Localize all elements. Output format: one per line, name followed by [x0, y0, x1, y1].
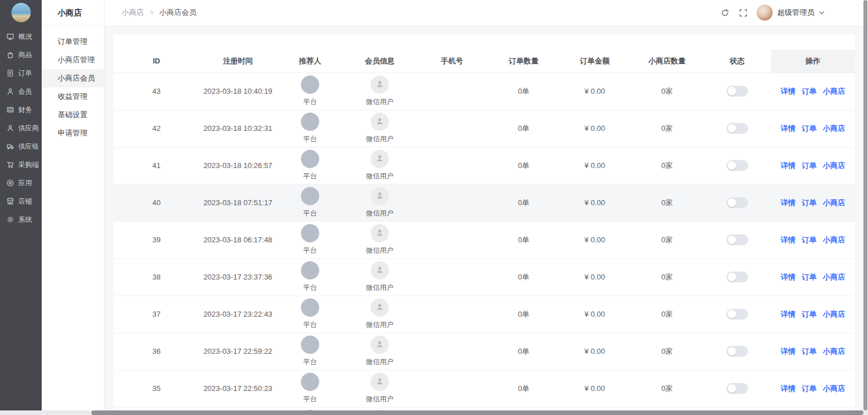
- sidebar-item-goods[interactable]: 商品: [0, 46, 42, 64]
- action-shop-link[interactable]: 小商店: [823, 198, 845, 208]
- action-detail-link[interactable]: 详情: [781, 346, 795, 357]
- action-detail-link[interactable]: 详情: [781, 235, 795, 245]
- secondary-menu: 订单管理小商店管理小商店会员收益管理基础设置申请管理: [42, 26, 104, 142]
- action-shop-link[interactable]: 小商店: [823, 86, 845, 97]
- cell-shop-count: 0家: [630, 221, 704, 258]
- toggle-knob: [728, 124, 736, 133]
- user-menu[interactable]: 超级管理员: [757, 5, 825, 21]
- action-order-link[interactable]: 订单: [802, 123, 817, 134]
- action-shop-link[interactable]: 小商店: [823, 123, 845, 134]
- action-order-link[interactable]: 订单: [802, 235, 817, 245]
- person-icon: [375, 191, 384, 202]
- horizontal-scrollbar-thumb[interactable]: [91, 410, 863, 415]
- action-shop-link[interactable]: 小商店: [823, 235, 845, 245]
- site-logo[interactable]: [11, 3, 31, 22]
- goods-icon: [6, 51, 14, 59]
- action-order-link[interactable]: 订单: [802, 384, 817, 394]
- sidebar-item-order[interactable]: 订单: [0, 64, 42, 82]
- refresh-icon[interactable]: [720, 8, 729, 17]
- sidebar-item-apps[interactable]: 应用: [0, 174, 42, 192]
- user-name: 超级管理员: [777, 7, 814, 18]
- referrer-avatar: [301, 224, 319, 242]
- cell-phone: [416, 73, 488, 110]
- cell-status: [704, 147, 771, 184]
- submenu-item-5[interactable]: 基础设置: [42, 106, 104, 124]
- sidebar-item-shop[interactable]: 店铺: [0, 192, 42, 210]
- action-order-link[interactable]: 订单: [802, 309, 817, 320]
- referrer-avatar: [301, 336, 319, 354]
- action-detail-link[interactable]: 详情: [781, 86, 795, 97]
- action-order-link[interactable]: 订单: [802, 86, 817, 97]
- supplier-icon: [6, 124, 14, 132]
- status-toggle[interactable]: [726, 383, 748, 394]
- action-order-link[interactable]: 订单: [802, 346, 817, 357]
- status-toggle[interactable]: [726, 197, 748, 208]
- sidebar-item-procurement[interactable]: 采购端: [0, 155, 42, 174]
- system-icon: [6, 216, 14, 224]
- action-detail-link[interactable]: 详情: [781, 272, 795, 282]
- status-toggle[interactable]: [726, 86, 748, 97]
- member-icon: [6, 87, 14, 95]
- sidebar-item-supply-chain[interactable]: 供应链: [0, 137, 42, 155]
- avatar-label: 微信用户: [366, 394, 393, 404]
- sidebar-item-finance[interactable]: 财务: [0, 101, 42, 119]
- sidebar-item-system[interactable]: 系统: [0, 210, 42, 229]
- cell-actions: 详情订单小商店: [771, 184, 855, 221]
- cell-shop-count: 0家: [630, 333, 704, 370]
- cell-id: 38: [114, 258, 199, 296]
- cell-order-count: 0单: [488, 370, 559, 407]
- action-shop-link[interactable]: 小商店: [823, 384, 845, 394]
- status-toggle[interactable]: [726, 346, 748, 357]
- column-header: 操作: [771, 50, 855, 73]
- submenu-item-2[interactable]: 小商店管理: [42, 51, 104, 69]
- action-order-link[interactable]: 订单: [802, 198, 817, 208]
- submenu-item-6[interactable]: 申请管理: [42, 124, 104, 142]
- table-row: 402023-03-18 07:51:17平台微信用户0单¥ 0.000家详情订…: [114, 184, 855, 221]
- submenu-item-1[interactable]: 订单管理: [42, 33, 104, 51]
- avatar-label: 平台: [303, 246, 317, 256]
- status-toggle[interactable]: [726, 160, 748, 171]
- cell-order-count: 0单: [488, 296, 559, 333]
- avatar-label: 平台: [303, 97, 317, 107]
- fullscreen-icon[interactable]: [738, 8, 748, 17]
- action-order-link[interactable]: 订单: [802, 272, 817, 282]
- submenu-item-4[interactable]: 收益管理: [42, 87, 104, 106]
- sidebar-item-supplier[interactable]: 供应商: [0, 119, 42, 137]
- action-detail-link[interactable]: 详情: [781, 309, 795, 320]
- status-toggle[interactable]: [726, 123, 748, 134]
- status-toggle[interactable]: [726, 234, 748, 245]
- action-shop-link[interactable]: 小商店: [823, 309, 845, 320]
- avatar-label: 微信用户: [366, 171, 393, 181]
- action-detail-link[interactable]: 详情: [781, 123, 795, 134]
- cell-order-count: 0单: [488, 258, 559, 296]
- primary-menu: 概况商品订单会员财务供应商供应链采购端应用店铺系统: [0, 27, 42, 229]
- horizontal-scrollbar-track[interactable]: [0, 410, 868, 415]
- action-shop-link[interactable]: 小商店: [823, 272, 845, 282]
- action-order-link[interactable]: 订单: [802, 161, 817, 171]
- action-shop-link[interactable]: 小商店: [823, 346, 845, 357]
- action-detail-link[interactable]: 详情: [781, 161, 795, 171]
- cell-register-time: 2023-03-18 07:51:17: [199, 184, 276, 221]
- member-avatar: [371, 150, 389, 168]
- sidebar-item-member[interactable]: 会员: [0, 82, 42, 101]
- cell-actions: 详情订单小商店: [771, 221, 855, 258]
- sidebar-item-label: 店铺: [18, 197, 32, 206]
- sidebar-item-dashboard[interactable]: 概况: [0, 27, 42, 46]
- secondary-sidebar: 小商店 订单管理小商店管理小商店会员收益管理基础设置申请管理: [42, 0, 105, 415]
- breadcrumb-parent[interactable]: 小商店: [122, 7, 144, 18]
- vertical-scrollbar[interactable]: [863, 0, 867, 410]
- cell-shop-count: 0家: [630, 296, 704, 333]
- cell-shop-count: 0家: [630, 110, 704, 147]
- toggle-knob: [728, 384, 736, 393]
- status-toggle[interactable]: [726, 272, 748, 282]
- action-detail-link[interactable]: 详情: [781, 198, 795, 208]
- cell-id: 36: [114, 333, 199, 370]
- person-icon: [375, 265, 384, 276]
- avatar-label: 平台: [303, 394, 317, 404]
- submenu-item-3[interactable]: 小商店会员: [42, 69, 104, 87]
- cell-status: [704, 296, 771, 333]
- cell-member-info: 微信用户: [344, 370, 416, 407]
- action-detail-link[interactable]: 详情: [781, 384, 795, 394]
- action-shop-link[interactable]: 小商店: [823, 161, 845, 171]
- status-toggle[interactable]: [726, 309, 748, 320]
